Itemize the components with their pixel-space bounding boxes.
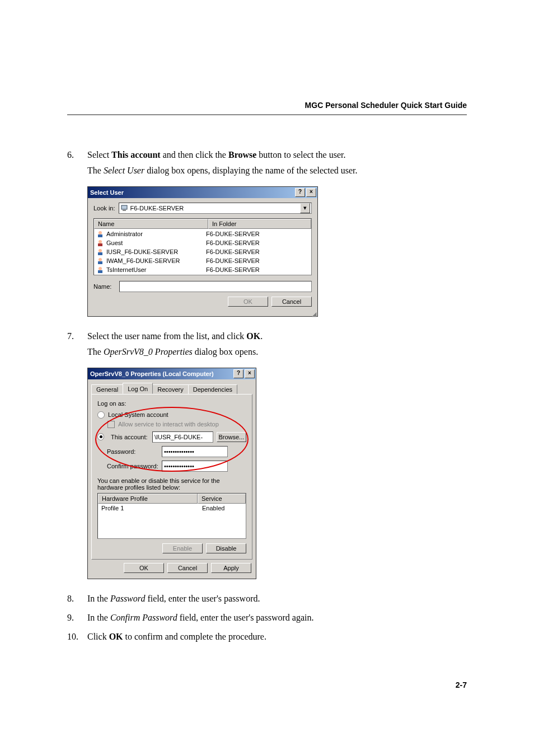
user-icon bbox=[96, 257, 104, 265]
step-7-line2: The OperSrvV8_0 Properties dialog box op… bbox=[87, 346, 467, 358]
this-account-label: This account: bbox=[111, 434, 149, 440]
svg-rect-7 bbox=[98, 252, 102, 255]
local-system-label: Local System account bbox=[108, 411, 168, 418]
select-user-dialog: Select User ? × Look in: F6-DUKE-SERVER … bbox=[87, 186, 318, 317]
confirm-password-label: Confirm password: bbox=[107, 463, 158, 469]
disable-button[interactable]: Disable bbox=[206, 543, 246, 553]
tab-log-on[interactable]: Log On bbox=[123, 383, 153, 394]
step-7: 7. Select the user name from the list, a… bbox=[67, 330, 467, 362]
cancel-button[interactable]: Cancel bbox=[271, 297, 312, 307]
ok-button[interactable]: OK bbox=[228, 297, 268, 307]
allow-interact-checkbox bbox=[107, 421, 115, 428]
select-user-title: Select User bbox=[90, 189, 294, 196]
allow-interact-label: Allow service to interact with desktop bbox=[118, 421, 219, 428]
tab-recovery[interactable]: Recovery bbox=[152, 384, 188, 394]
tab-dependencies[interactable]: Dependencies bbox=[188, 384, 237, 394]
list-item[interactable]: TsInternetUser F6-DUKE-SERVER bbox=[94, 265, 311, 274]
step-9-number: 9. bbox=[67, 612, 87, 627]
step-7-line1: Select the user name from the list, and … bbox=[87, 330, 467, 342]
svg-rect-9 bbox=[98, 261, 102, 264]
step-6-line1: Select This account and then click the B… bbox=[87, 149, 467, 161]
password-label: Password: bbox=[107, 448, 158, 455]
step-10: 10. Click OK to confirm and complete the… bbox=[67, 631, 467, 646]
step-7-number: 7. bbox=[67, 330, 87, 362]
name-input[interactable] bbox=[119, 281, 312, 292]
list-item[interactable]: IUSR_F6-DUKE-SERVER F6-DUKE-SERVER bbox=[94, 247, 311, 256]
page-header: MGC Personal Scheduler Quick Start Guide bbox=[67, 101, 467, 115]
list-item[interactable]: Guest F6-DUKE-SERVER bbox=[94, 238, 311, 247]
log-on-as-label: Log on as: bbox=[97, 400, 246, 407]
help-button[interactable]: ? bbox=[233, 369, 243, 378]
properties-title: OperSrvV8_0 Properties (Local Computer) bbox=[90, 370, 232, 377]
cancel-button[interactable]: Cancel bbox=[167, 563, 208, 573]
table-row[interactable]: Profile 1 Enabled bbox=[98, 504, 246, 513]
tab-general[interactable]: General bbox=[91, 384, 123, 394]
step-8: 8. In the Password field, enter the user… bbox=[67, 593, 467, 608]
svg-point-4 bbox=[99, 240, 102, 243]
properties-dialog-figure: OperSrvV8_0 Properties (Local Computer) … bbox=[87, 368, 467, 579]
page-number: 2-7 bbox=[67, 680, 467, 689]
enable-button[interactable]: Enable bbox=[162, 543, 203, 553]
look-in-combo[interactable]: F6-DUKE-SERVER ▾ bbox=[119, 203, 312, 214]
local-system-radio[interactable] bbox=[97, 411, 105, 419]
column-name[interactable]: Name bbox=[94, 219, 208, 229]
tab-strip: General Log On Recovery Dependencies bbox=[91, 383, 252, 394]
properties-titlebar: OperSrvV8_0 Properties (Local Computer) … bbox=[88, 368, 256, 379]
resize-grip-icon[interactable]: ◢ bbox=[88, 312, 317, 316]
svg-rect-0 bbox=[121, 205, 127, 209]
svg-rect-1 bbox=[123, 210, 126, 211]
select-user-dialog-figure: Select User ? × Look in: F6-DUKE-SERVER … bbox=[87, 186, 467, 317]
dropdown-arrow-icon[interactable]: ▾ bbox=[300, 203, 310, 213]
hw-column-profile[interactable]: Hardware Profile bbox=[98, 494, 198, 504]
close-button[interactable]: × bbox=[306, 188, 316, 197]
browse-button[interactable]: Browse... bbox=[217, 432, 246, 442]
step-6: 6. Select This account and then click th… bbox=[67, 149, 467, 181]
look-in-label: Look in: bbox=[93, 205, 115, 212]
step-10-number: 10. bbox=[67, 631, 87, 646]
computer-icon bbox=[120, 204, 128, 212]
list-item[interactable]: Administrator F6-DUKE-SERVER bbox=[94, 229, 311, 238]
svg-rect-11 bbox=[98, 270, 102, 273]
confirm-password-input[interactable]: •••••••••••••• bbox=[162, 461, 228, 472]
hw-enable-note: You can enable or disable this service f… bbox=[97, 477, 246, 491]
ok-button[interactable]: OK bbox=[124, 563, 164, 573]
help-button[interactable]: ? bbox=[295, 188, 305, 197]
this-account-radio[interactable] bbox=[97, 433, 104, 440]
user-icon bbox=[96, 239, 104, 247]
user-icon bbox=[96, 266, 104, 274]
svg-point-6 bbox=[99, 249, 102, 252]
hardware-profile-list[interactable]: Hardware Profile Service Profile 1 Enabl… bbox=[97, 493, 246, 539]
look-in-value: F6-DUKE-SERVER bbox=[130, 205, 300, 212]
user-listview[interactable]: Name In Folder Administrator F6-DUKE-SER… bbox=[93, 218, 312, 275]
close-button[interactable]: × bbox=[245, 369, 255, 378]
log-on-panel: Log on as: Local System account Allow se… bbox=[91, 394, 252, 560]
svg-rect-5 bbox=[98, 243, 102, 246]
list-item[interactable]: IWAM_F6-DUKE-SERVER F6-DUKE-SERVER bbox=[94, 256, 311, 265]
hw-column-service[interactable]: Service bbox=[198, 494, 246, 504]
user-icon bbox=[96, 248, 104, 256]
step-9: 9. In the Confirm Password field, enter … bbox=[67, 612, 467, 627]
column-folder[interactable]: In Folder bbox=[208, 219, 311, 229]
apply-button[interactable]: Apply bbox=[211, 563, 251, 573]
step-6-number: 6. bbox=[67, 149, 87, 181]
step-6-line2: The Select User dialog box opens, displa… bbox=[87, 165, 467, 177]
account-input[interactable]: \IUSR_F6-DUKE-SER bbox=[152, 431, 213, 443]
svg-point-10 bbox=[99, 267, 102, 270]
name-label: Name: bbox=[93, 283, 116, 290]
properties-dialog: OperSrvV8_0 Properties (Local Computer) … bbox=[87, 368, 256, 579]
svg-point-2 bbox=[99, 231, 102, 234]
step-8-number: 8. bbox=[67, 593, 87, 608]
svg-rect-3 bbox=[98, 234, 102, 237]
user-icon bbox=[96, 230, 104, 238]
select-user-titlebar: Select User ? × bbox=[88, 187, 317, 198]
svg-point-8 bbox=[99, 258, 102, 261]
password-input[interactable]: •••••••••••••• bbox=[162, 446, 228, 457]
